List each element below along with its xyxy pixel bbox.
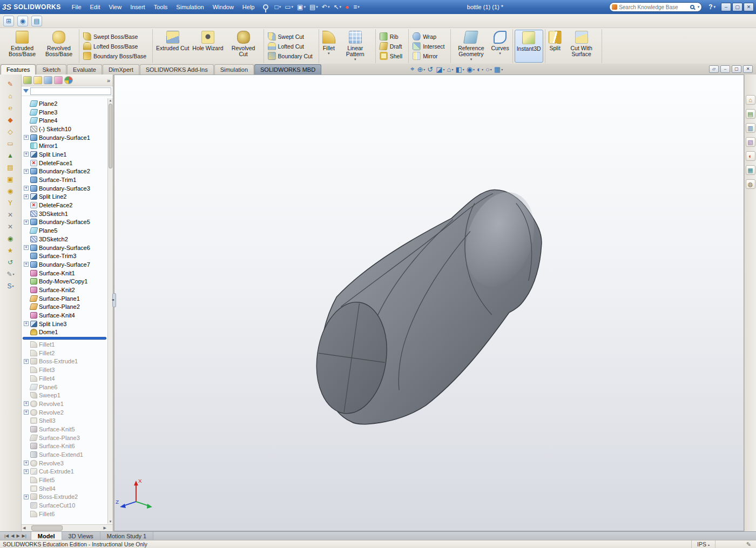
ribbon-button[interactable]: Boundary Cut (266, 51, 317, 60)
knowledge-search-input[interactable] (619, 4, 688, 10)
tree-item[interactable]: Dome1 (22, 328, 107, 337)
help-menu[interactable]: ? ▾ (708, 3, 716, 11)
ribbon-button[interactable]: Rib (377, 32, 407, 41)
displaymanager-tab-icon[interactable] (64, 76, 73, 84)
expand-toggle-icon[interactable] (24, 194, 29, 199)
command-tab[interactable]: Simulation (214, 64, 254, 75)
command-tab[interactable]: Evaluate (67, 64, 102, 75)
ribbon-button[interactable]: Revolved Boss/Base (40, 30, 77, 63)
menu-item[interactable]: Help (238, 2, 259, 12)
ribbon-button[interactable]: Draft (377, 42, 407, 51)
expand-toggle-icon[interactable] (24, 169, 29, 174)
tree-item[interactable]: 3DSketch2 (22, 235, 107, 243)
filter-funnel-icon[interactable] (23, 89, 29, 93)
macro-tool-button[interactable]: ℮ (4, 103, 17, 113)
tree-filter-input[interactable] (30, 87, 111, 95)
macro-tool-button[interactable]: ⌂ (4, 91, 17, 101)
expand-toggle-icon[interactable] (24, 245, 29, 250)
task-pane-tab[interactable]: ⌂ (746, 95, 755, 105)
units-selector[interactable]: IPS ▴ (691, 540, 716, 548)
macro-tool-button[interactable]: ↺ (4, 257, 17, 267)
task-pane-tab[interactable]: ▤ (746, 109, 755, 119)
command-tab[interactable]: Features (1, 64, 36, 75)
knowledge-search-box[interactable]: ▾ (609, 2, 702, 12)
tree-item[interactable]: Surface-Knit1 (22, 269, 107, 278)
command-tab[interactable]: Sketch (36, 64, 66, 75)
ribbon-button[interactable]: Extruded Boss/Base (4, 30, 40, 63)
toolbar-icon[interactable]: ⊞ (3, 16, 14, 26)
tree-item[interactable]: (-) Sketch10 (22, 125, 107, 133)
ribbon-button[interactable]: Fillet ▾ (321, 30, 337, 63)
quick-access-button[interactable]: ▭ ▾ (283, 2, 295, 12)
tree-item[interactable]: Boundary-Surface3 (22, 184, 107, 193)
task-pane-tab[interactable]: ◍ (746, 179, 755, 189)
expand-toggle-icon[interactable] (24, 262, 29, 267)
rollback-bar[interactable] (23, 337, 106, 340)
document-window-button[interactable]: ▱ (709, 65, 719, 73)
ribbon-button[interactable]: Extruded Cut (154, 30, 191, 63)
tree-item[interactable]: Mirror1 (22, 141, 107, 150)
menu-item[interactable]: File (68, 2, 86, 12)
quick-access-button[interactable]: ● (343, 2, 351, 12)
macro-tool-button[interactable]: ★ (4, 245, 17, 255)
tab-nav-arrow-icon[interactable]: ▶| (22, 533, 26, 538)
tree-item[interactable]: Sweep1 (22, 391, 107, 400)
command-tab[interactable]: DimXpert (103, 64, 139, 75)
study-tab[interactable]: Model (31, 532, 62, 540)
macro-tool-button[interactable]: ▲ (4, 150, 17, 160)
macro-tool-button[interactable]: ▣ (4, 174, 17, 184)
view-tool-button[interactable]: ↺ (427, 65, 434, 73)
expand-toggle-icon[interactable] (24, 495, 29, 499)
window-control-button[interactable]: – (721, 3, 731, 11)
tree-item[interactable]: Cut-Extrude1 (22, 468, 107, 476)
quick-access-button[interactable]: ≡ ▾ (352, 2, 361, 12)
tree-item[interactable]: Revolve2 (22, 408, 107, 417)
ribbon-button[interactable]: Curves ▾ (489, 30, 510, 63)
tree-item[interactable]: Surface-Knit5 (22, 425, 107, 434)
view-tool-button[interactable]: ◪ ▾ (436, 65, 444, 73)
tree-item[interactable]: Surface-Knit4 (22, 311, 107, 320)
tree-item[interactable]: Fillet4 (22, 374, 107, 383)
command-tab[interactable]: SOLIDWORKS MBD (254, 64, 321, 75)
tree-item[interactable]: Shell4 (22, 484, 107, 493)
tree-item[interactable]: DeleteFace1 (22, 159, 107, 167)
tree-item[interactable]: Plane4 (22, 116, 107, 125)
menu-item[interactable]: Tools (150, 2, 172, 12)
ribbon-button[interactable]: Split (547, 30, 563, 63)
view-tool-button[interactable]: ◐ ▾ (477, 65, 483, 73)
macro-tool-button[interactable]: Y (4, 198, 17, 208)
command-tab[interactable]: SOLIDWORKS Add-Ins (140, 64, 214, 75)
tree-item[interactable]: Surface-Extend1 (22, 450, 107, 459)
expand-toggle-icon[interactable] (24, 410, 29, 415)
ribbon-button[interactable]: Mirror (410, 51, 449, 60)
model-canvas[interactable]: X Z (114, 75, 744, 531)
tree-item[interactable]: Boss-Extrude2 (22, 493, 107, 502)
scrollbar-thumb[interactable] (109, 104, 112, 168)
tree-item[interactable]: Plane6 (22, 383, 107, 391)
ribbon-button[interactable]: Linear Pattern ▾ (337, 30, 374, 63)
ribbon-button[interactable]: Cut With Surface (563, 30, 600, 63)
macro-tool-button[interactable]: ◆ (4, 114, 17, 125)
tree-item[interactable]: Surface-Plane3 (22, 434, 107, 442)
menu-item[interactable]: View (105, 2, 126, 12)
quick-access-button[interactable]: ▣ ▾ (295, 2, 307, 12)
view-tool-button[interactable]: ⌖ (410, 65, 415, 73)
document-window-button[interactable]: ▢ (732, 65, 741, 73)
ribbon-button[interactable]: Hole Wizard (191, 30, 225, 63)
tree-item[interactable]: Plane2 (22, 99, 107, 108)
dimxpertmanager-tab-icon[interactable] (54, 76, 63, 84)
tree-item[interactable]: Boundary-Surface7 (22, 260, 107, 269)
quick-access-button[interactable]: ↖ ▾ (332, 2, 343, 12)
tree-item[interactable]: Surface-Trim3 (22, 252, 107, 260)
expand-toggle-icon[interactable] (24, 135, 29, 140)
tree-item[interactable]: Boss-Extrude1 (22, 357, 107, 366)
quick-access-button[interactable]: ↶ ▾ (320, 2, 332, 12)
configurationmanager-tab-icon[interactable] (44, 76, 52, 84)
macro-tool-button[interactable]: ✎ ▾ (4, 269, 17, 279)
view-tool-button[interactable]: ○ ▾ (485, 65, 492, 73)
ribbon-button[interactable]: Wrap (410, 32, 449, 41)
tree-item[interactable]: Split Line2 (22, 193, 107, 201)
propertymanager-tab-icon[interactable] (33, 76, 42, 84)
view-tool-button[interactable]: ▦ ▾ (494, 65, 503, 73)
featuremanager-tab-icon[interactable] (23, 76, 32, 84)
